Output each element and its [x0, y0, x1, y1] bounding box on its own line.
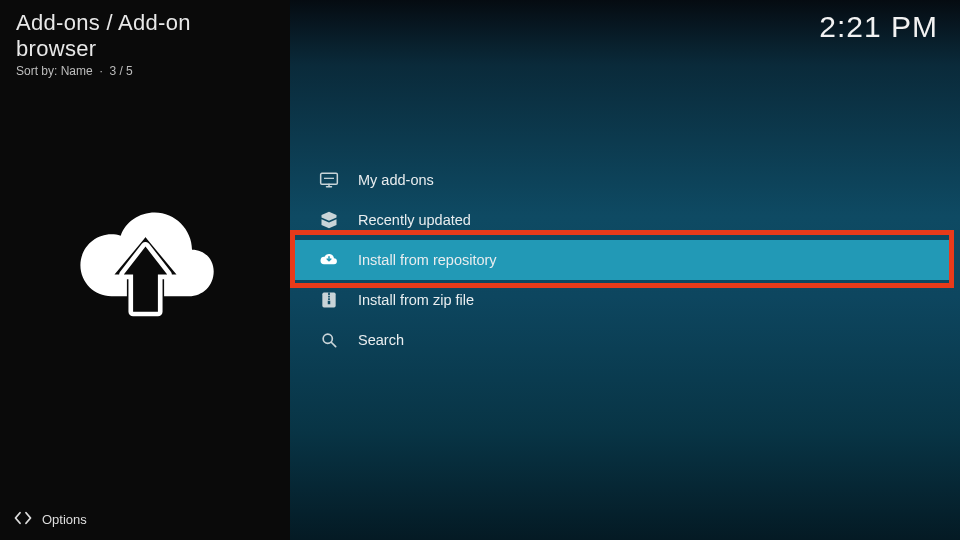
- cloud-dl-icon: [318, 250, 340, 270]
- options-icon: [14, 509, 32, 530]
- clock: 2:21 PM: [819, 10, 938, 44]
- options-label: Options: [42, 512, 87, 527]
- box-icon: [318, 210, 340, 230]
- breadcrumb: Add-ons / Add-on browser: [16, 10, 276, 62]
- left-panel: Add-ons / Add-on browser Sort by: Name ·…: [0, 0, 290, 540]
- options-button[interactable]: Options: [14, 509, 87, 530]
- menu-item-label: My add-ons: [358, 172, 434, 188]
- menu-item-install-from-zip-file[interactable]: Install from zip file: [290, 280, 952, 320]
- menu-item-search[interactable]: Search: [290, 320, 952, 360]
- cloud-download-icon: [68, 194, 223, 328]
- header: Add-ons / Add-on browser Sort by: Name ·…: [0, 0, 290, 84]
- menu-item-recently-updated[interactable]: Recently updated: [290, 200, 952, 240]
- list-position: 3 / 5: [109, 64, 132, 78]
- monitor-icon: [318, 170, 340, 190]
- sort-label: Sort by: Name: [16, 64, 93, 78]
- header-subline: Sort by: Name · 3 / 5: [16, 64, 276, 78]
- search-icon: [318, 330, 340, 350]
- zip-icon: [318, 290, 340, 310]
- menu-item-label: Install from zip file: [358, 292, 474, 308]
- sort-sep: ·: [96, 64, 109, 78]
- menu-item-label: Install from repository: [358, 252, 497, 268]
- menu-item-install-from-repository[interactable]: Install from repository: [290, 240, 952, 280]
- addon-menu: My add-onsRecently updatedInstall from r…: [290, 160, 952, 360]
- menu-item-label: Recently updated: [358, 212, 471, 228]
- category-icon-wrap: [0, 84, 290, 540]
- menu-item-my-add-ons[interactable]: My add-ons: [290, 160, 952, 200]
- menu-item-label: Search: [358, 332, 404, 348]
- content-panel: 2:21 PM My add-onsRecently updatedInstal…: [290, 0, 960, 540]
